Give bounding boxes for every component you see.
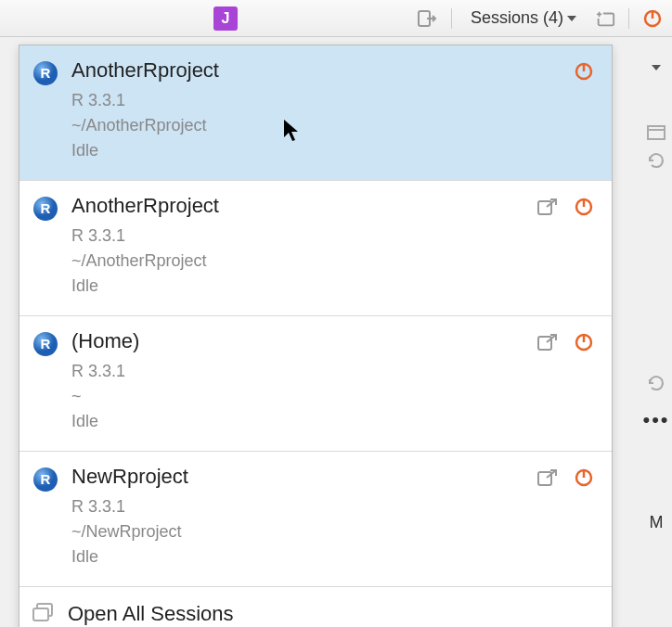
session-item[interactable]: RNewRprojectR 3.3.1~/NewRprojectIdle	[19, 452, 612, 587]
session-path: ~/AnotherRproject	[71, 113, 575, 138]
bg-text: M	[644, 510, 668, 534]
user-avatar[interactable]: J	[213, 6, 238, 31]
svg-rect-27	[33, 608, 48, 621]
sessions-dropdown: RAnotherRprojectR 3.3.1~/AnotherRproject…	[19, 45, 613, 627]
svg-text:R: R	[41, 471, 51, 487]
popout-icon[interactable]	[537, 198, 558, 218]
session-info: (Home)R 3.3.1~Idle	[71, 329, 537, 434]
session-actions	[537, 333, 595, 353]
r-logo-icon: R	[32, 196, 58, 222]
divider	[451, 8, 452, 29]
session-actions	[537, 198, 595, 218]
sessions-label: Sessions (4)	[471, 8, 563, 28]
svg-text:R: R	[41, 65, 51, 81]
session-path: ~	[71, 384, 537, 409]
svg-text:R: R	[41, 200, 51, 216]
bg-more-icon: •••	[644, 408, 668, 432]
session-version: R 3.3.1	[71, 359, 537, 384]
session-name: (Home)	[71, 329, 537, 353]
sessions-dropdown-button[interactable]: Sessions (4)	[465, 6, 582, 30]
session-info: AnotherRprojectR 3.3.1~/AnotherRprojectI…	[71, 194, 537, 299]
session-status: Idle	[71, 274, 537, 299]
session-name: NewRproject	[71, 465, 537, 489]
open-all-label: Open All Sessions	[68, 602, 234, 626]
session-item[interactable]: RAnotherRprojectR 3.3.1~/AnotherRproject…	[19, 45, 612, 181]
power-icon[interactable]	[642, 8, 663, 29]
power-icon[interactable]	[575, 198, 595, 218]
session-status: Idle	[71, 138, 575, 163]
new-session-icon[interactable]	[595, 8, 615, 29]
svg-rect-5	[648, 126, 665, 139]
session-info: AnotherRprojectR 3.3.1~/AnotherRprojectI…	[71, 58, 575, 163]
divider	[628, 8, 629, 29]
svg-rect-23	[538, 472, 551, 485]
power-icon[interactable]	[575, 62, 595, 83]
r-logo-icon: R	[32, 331, 58, 357]
session-path: ~/AnotherRproject	[71, 249, 537, 274]
session-path: ~/NewRproject	[71, 519, 537, 544]
bg-window-icon	[644, 121, 668, 145]
toolbar: J Sessions (4)	[0, 0, 672, 37]
session-version: R 3.3.1	[71, 494, 537, 519]
r-logo-icon: R	[32, 60, 58, 86]
r-logo-icon: R	[32, 467, 58, 493]
session-version: R 3.3.1	[71, 224, 537, 249]
chevron-down-icon	[567, 16, 576, 21]
session-actions	[537, 468, 595, 489]
signout-icon[interactable]	[418, 8, 438, 29]
power-icon[interactable]	[575, 468, 595, 489]
popout-icon[interactable]	[537, 468, 558, 489]
session-item[interactable]: R(Home)R 3.3.1~Idle	[19, 316, 612, 452]
session-status: Idle	[71, 544, 537, 569]
bg-refresh-icon	[644, 371, 668, 395]
popout-icon[interactable]	[537, 333, 558, 353]
session-version: R 3.3.1	[71, 88, 575, 113]
windows-icon	[32, 603, 55, 625]
open-all-sessions[interactable]: Open All Sessions	[19, 587, 612, 627]
svg-text:R: R	[41, 336, 51, 352]
session-name: AnotherRproject	[71, 194, 537, 218]
svg-rect-13	[538, 201, 551, 214]
svg-rect-18	[538, 337, 551, 350]
session-name: AnotherRproject	[71, 58, 575, 83]
session-actions	[575, 62, 595, 83]
power-icon[interactable]	[575, 333, 595, 353]
session-info: NewRprojectR 3.3.1~/NewRprojectIdle	[71, 465, 537, 569]
bg-refresh-icon	[644, 148, 668, 173]
bg-chevron-down-icon	[644, 56, 668, 80]
session-status: Idle	[71, 409, 537, 434]
session-item[interactable]: RAnotherRprojectR 3.3.1~/AnotherRproject…	[19, 181, 612, 316]
